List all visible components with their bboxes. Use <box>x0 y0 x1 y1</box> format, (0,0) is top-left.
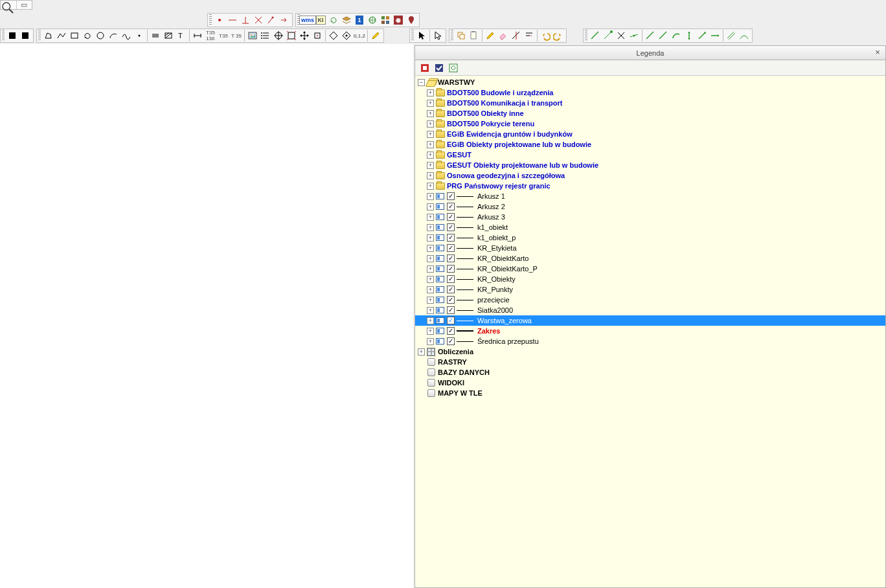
layer-checkbox[interactable] <box>447 192 455 200</box>
close-icon[interactable]: × <box>872 47 883 58</box>
expander-icon[interactable] <box>427 110 434 117</box>
curve-icon[interactable] <box>120 29 133 42</box>
tree-folder[interactable]: Osnowa geodezyjna i szczegółowa <box>415 170 885 181</box>
image-icon[interactable] <box>246 29 259 42</box>
tree-layer[interactable]: Warstwa_zerowa <box>415 315 885 326</box>
layer-checkbox[interactable] <box>447 234 455 242</box>
tree-folder[interactable]: EGiB Ewidencja gruntów i budynków <box>415 129 885 139</box>
tree-folder[interactable]: EGiB Obiekty projektowane lub w budowie <box>415 139 885 150</box>
snap-perp-icon[interactable] <box>239 14 252 27</box>
snap-intersect-icon[interactable] <box>252 14 265 27</box>
gs1-icon[interactable] <box>589 29 602 42</box>
paste-icon[interactable] <box>468 29 481 42</box>
snap-near-icon[interactable] <box>265 14 278 27</box>
restore-icon[interactable]: ▭ <box>17 1 32 9</box>
gs-right-icon[interactable] <box>709 29 721 42</box>
layer-checkbox[interactable] <box>447 296 455 304</box>
expander-icon[interactable] <box>427 307 434 314</box>
tree-root[interactable]: WARSTWY <box>415 77 885 87</box>
legend-tb-stop-icon[interactable] <box>419 62 431 74</box>
layer-checkbox[interactable] <box>447 203 455 210</box>
extend-icon[interactable] <box>523 29 536 42</box>
wms-button[interactable]: wms <box>301 14 314 27</box>
hatch-icon[interactable] <box>162 29 175 42</box>
undo-icon[interactable] <box>539 29 552 42</box>
tree-layer[interactable]: Arkusz 2 <box>415 201 885 212</box>
expander-icon[interactable] <box>418 348 425 356</box>
expander-icon[interactable] <box>427 286 434 293</box>
tree-layer[interactable]: KR_ObiektKarto_P <box>415 264 885 274</box>
zoom-icon[interactable] <box>1 1 17 9</box>
diamond-icon[interactable] <box>327 29 340 42</box>
layer-checkbox[interactable] <box>447 265 455 273</box>
expander-icon[interactable] <box>427 203 434 210</box>
tree-folder[interactable]: GESUT <box>415 150 885 160</box>
rectangle-icon[interactable] <box>68 29 81 42</box>
expander-icon[interactable] <box>418 79 425 86</box>
text-icon[interactable]: T <box>175 29 188 42</box>
layer-checkbox[interactable] <box>447 317 455 324</box>
cursor2-icon[interactable] <box>431 29 444 42</box>
tree-layer[interactable]: KR_Punkty <box>415 284 885 295</box>
tree-layer[interactable]: KR_Etykieta <box>415 243 885 253</box>
expander-icon[interactable] <box>427 183 434 190</box>
tree-layer[interactable]: KR_Obiekty <box>415 274 885 284</box>
tool-a-icon[interactable] <box>311 29 324 42</box>
gs2-icon[interactable] <box>602 29 615 42</box>
layer-checkbox[interactable] <box>447 327 455 335</box>
tree-layer[interactable]: przecięcie <box>415 295 885 305</box>
expander-icon[interactable] <box>427 131 434 138</box>
cursor-icon[interactable] <box>415 29 428 42</box>
diamond-point-icon[interactable] <box>340 29 353 42</box>
tree-folder[interactable]: BDOT500 Obiekty inne <box>415 108 885 119</box>
tree-folder[interactable]: GESUT Obiekty projektowane lub w budowie <box>415 160 885 170</box>
expander-icon[interactable] <box>427 193 434 200</box>
expander-icon[interactable] <box>427 317 434 324</box>
tree-layer[interactable]: k1_obiekt <box>415 222 885 232</box>
tree-bazy[interactable]: BAZY DANYCH <box>415 367 885 378</box>
layer-checkbox[interactable] <box>447 337 455 345</box>
tree-layer[interactable]: k1_obiekt_p <box>415 232 885 243</box>
expander-icon[interactable] <box>427 224 434 231</box>
expander-icon[interactable] <box>427 234 434 242</box>
gs-arc-icon[interactable] <box>670 29 683 42</box>
copy-icon[interactable] <box>455 29 468 42</box>
marker-icon[interactable] <box>405 14 418 27</box>
target-icon[interactable] <box>272 29 285 42</box>
text135b-icon[interactable]: T35 <box>217 29 230 42</box>
expander-icon[interactable] <box>427 172 434 179</box>
legend-titlebar[interactable]: Legenda × <box>415 46 885 60</box>
tree-layer[interactable]: KR_ObiektKarto <box>415 253 885 264</box>
expander-icon[interactable] <box>427 255 434 262</box>
tree-widoki[interactable]: WIDOKI <box>415 378 885 388</box>
move-icon[interactable] <box>298 29 311 42</box>
point-icon[interactable] <box>133 29 146 42</box>
pencil-icon[interactable] <box>369 29 382 42</box>
trim-icon[interactable] <box>510 29 523 42</box>
palette-icon[interactable] <box>379 14 392 27</box>
tree-layer[interactable]: Arkusz 3 <box>415 212 885 222</box>
polyline-open-icon[interactable] <box>55 29 68 42</box>
layer-checkbox[interactable] <box>447 223 455 231</box>
layers-button[interactable] <box>340 14 353 27</box>
gs6-icon[interactable] <box>725 29 738 42</box>
coords-icon[interactable]: 0,1,2 <box>353 29 366 42</box>
fill-black-icon[interactable] <box>6 29 19 42</box>
layer-checkbox[interactable] <box>447 306 455 314</box>
expander-icon[interactable] <box>427 141 434 148</box>
layer-checkbox[interactable] <box>447 244 455 252</box>
snap-point-icon[interactable] <box>213 14 226 27</box>
gs7-icon[interactable] <box>738 29 751 42</box>
one-button[interactable]: 1 <box>353 14 366 27</box>
t35-icon[interactable]: T 35 <box>230 29 243 42</box>
expander-icon[interactable] <box>427 89 434 96</box>
tree-layer[interactable]: Arkusz 1 <box>415 191 885 201</box>
drawing-canvas[interactable] <box>0 44 413 588</box>
gs5-icon[interactable] <box>657 29 670 42</box>
gs4-icon[interactable] <box>644 29 657 42</box>
rotate-icon[interactable] <box>327 14 340 27</box>
globe-icon[interactable] <box>366 14 379 27</box>
expander-icon[interactable] <box>427 338 434 345</box>
gs-vert-icon[interactable] <box>683 29 696 42</box>
eraser-icon[interactable] <box>497 29 510 42</box>
